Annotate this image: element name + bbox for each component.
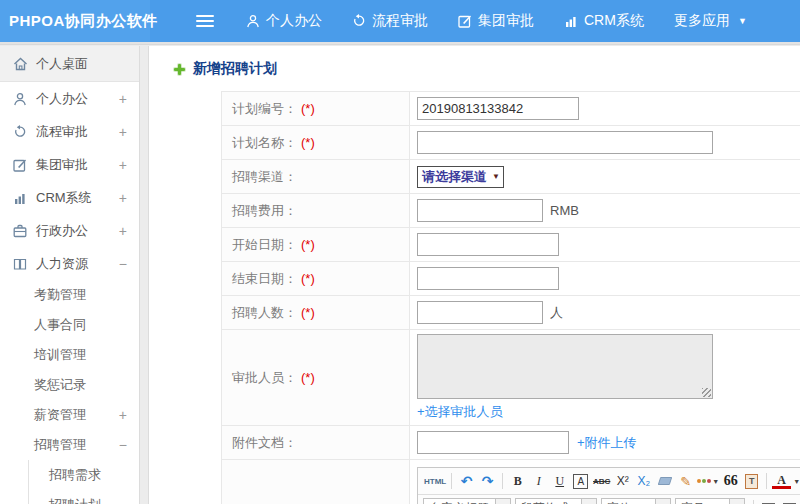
caret-down-icon xyxy=(495,499,510,504)
attachment-input[interactable] xyxy=(417,431,569,454)
upload-attachment-link[interactable]: +附件上传 xyxy=(577,434,637,452)
custom-title-dropdown[interactable]: 自定义标题 xyxy=(423,498,511,504)
align-left-icon[interactable] xyxy=(759,499,778,504)
rich-text-editor: HTML ↶ ↷ B I U A ABC X² X₂ ✎ xyxy=(417,467,800,504)
sidebar-item-hr-contract[interactable]: 人事合同 xyxy=(0,310,139,340)
channel-select[interactable]: 请选择渠道 xyxy=(417,166,504,188)
form-row-start-date: 开始日期： (*) xyxy=(222,228,800,262)
app-logo: PHPOA协同办公软件 xyxy=(0,0,150,42)
person-icon xyxy=(246,14,260,28)
top-navbar: PHPOA协同办公软件 个人办公 流程审批 集团审批 CRM系统 更多应用 xyxy=(0,0,800,42)
required-mark: (*) xyxy=(301,271,315,286)
nav-group-approval[interactable]: 集团审批 xyxy=(458,12,534,30)
sidebar-item-hr[interactable]: 人力资源 − xyxy=(0,247,139,280)
required-mark: (*) xyxy=(301,237,315,252)
sidebar-item-personal-office[interactable]: 个人办公 + xyxy=(0,82,139,115)
plus-icon xyxy=(173,63,186,76)
required-mark: (*) xyxy=(301,101,315,116)
sidebar-item-group-approval[interactable]: 集团审批 + xyxy=(0,148,139,181)
italic-button[interactable]: I xyxy=(529,472,548,491)
bar-chart-icon xyxy=(564,14,578,28)
underline-button[interactable]: U xyxy=(550,472,569,491)
plan-no-input[interactable] xyxy=(417,97,579,120)
form-row-approver: 审批人员： (*) +选择审批人员 xyxy=(222,330,800,426)
strikethrough-button[interactable]: ABC xyxy=(592,472,611,491)
editor-toolbar-row2: 自定义标题 段落格式 字体 字号 xyxy=(418,495,800,504)
auto-typeset-icon[interactable] xyxy=(697,472,719,491)
main-content: 新增招聘计划 计划编号： (*) 计划名称： (*) 招聘渠道： xyxy=(148,46,800,504)
divider xyxy=(0,42,800,45)
caret-down-icon xyxy=(581,499,596,504)
caret-down-icon[interactable] xyxy=(793,478,800,485)
form-row-plan-no: 计划编号： (*) xyxy=(222,92,800,126)
eraser-icon[interactable] xyxy=(655,472,674,491)
font-family-dropdown[interactable]: 字体 xyxy=(601,498,671,504)
currency-suffix: RMB xyxy=(550,203,579,218)
sidebar-item-attendance[interactable]: 考勤管理 xyxy=(0,280,139,310)
blockquote-button[interactable]: 66 xyxy=(721,472,740,491)
form-row-headcount: 招聘人数： (*) 人 xyxy=(222,296,800,330)
recruit-plan-form: 计划编号： (*) 计划名称： (*) 招聘渠道： 请选择渠道 xyxy=(221,91,800,504)
sidebar-item-training[interactable]: 培训管理 xyxy=(0,340,139,370)
sidebar: 个人桌面 个人办公 + 流程审批 + 集团审批 + CRM系统 + 行政办公 +… xyxy=(0,46,140,504)
bold-button[interactable]: B xyxy=(508,472,527,491)
field-label: 附件文档： xyxy=(232,434,297,452)
sidebar-item-crm[interactable]: CRM系统 + xyxy=(0,181,139,214)
plan-name-input[interactable] xyxy=(417,131,713,154)
unit-suffix: 人 xyxy=(550,304,563,322)
html-source-button[interactable]: HTML xyxy=(424,472,446,491)
sidebar-item-recruitment[interactable]: 招聘管理 − xyxy=(0,430,139,460)
paste-text-icon[interactable] xyxy=(742,472,761,491)
paragraph-format-dropdown[interactable]: 段落格式 xyxy=(515,498,597,504)
fee-input[interactable] xyxy=(417,199,543,222)
field-label: 计划编号： xyxy=(232,100,297,118)
format-brush-icon[interactable]: ✎ xyxy=(676,472,695,491)
end-date-input[interactable] xyxy=(417,267,559,290)
nav-crm[interactable]: CRM系统 xyxy=(564,12,644,30)
flow-arrow-icon xyxy=(13,125,28,139)
form-row-attachment: 附件文档： +附件上传 xyxy=(222,426,800,460)
field-label: 结束日期： xyxy=(232,270,297,288)
nav-personal-office[interactable]: 个人办公 xyxy=(246,12,322,30)
field-label: 招聘渠道： xyxy=(232,168,297,186)
nav-more-apps[interactable]: 更多应用 xyxy=(674,12,747,30)
sidebar-item-admin-office[interactable]: 行政办公 + xyxy=(0,214,139,247)
menu-toggle-icon[interactable] xyxy=(196,12,214,30)
font-color-button[interactable]: A xyxy=(772,473,791,489)
sidebar-item-recruit-plan[interactable]: 招聘计划 xyxy=(29,490,139,504)
font-size-dropdown[interactable]: 字号 xyxy=(675,498,745,504)
required-mark: (*) xyxy=(301,370,315,385)
top-menu: 个人办公 流程审批 集团审批 CRM系统 更多应用 xyxy=(246,12,777,30)
page-title: 新增招聘计划 xyxy=(173,60,800,78)
home-icon xyxy=(13,57,28,71)
sidebar-item-desktop[interactable]: 个人桌面 xyxy=(0,46,139,82)
superscript-button[interactable]: X² xyxy=(613,472,632,491)
nav-workflow-approval[interactable]: 流程审批 xyxy=(352,12,428,30)
subscript-button[interactable]: X₂ xyxy=(634,472,653,491)
sidebar-recruitment-submenu: 招聘需求 招聘计划 人才库 xyxy=(28,460,139,504)
sidebar-item-rewards[interactable]: 奖惩记录 xyxy=(0,370,139,400)
person-icon xyxy=(13,92,28,106)
bar-chart-icon xyxy=(13,191,28,205)
form-row-channel: 招聘渠道： 请选择渠道 xyxy=(222,160,800,194)
sidebar-hr-submenu: 考勤管理 人事合同 培训管理 奖惩记录 薪资管理 + 招聘管理 − xyxy=(0,280,139,460)
field-label: 招聘费用： xyxy=(232,202,297,220)
field-label: 审批人员： xyxy=(232,369,297,387)
book-icon xyxy=(13,257,28,271)
undo-icon[interactable]: ↶ xyxy=(457,472,476,491)
sidebar-item-salary[interactable]: 薪资管理 + xyxy=(0,400,139,430)
briefcase-icon xyxy=(13,224,28,238)
caret-down-icon xyxy=(729,499,744,504)
sidebar-item-recruit-demand[interactable]: 招聘需求 xyxy=(29,460,139,490)
edit-icon xyxy=(458,14,472,28)
redo-icon[interactable]: ↷ xyxy=(478,472,497,491)
autoformat-button[interactable]: A xyxy=(573,474,588,489)
sidebar-item-workflow-approval[interactable]: 流程审批 + xyxy=(0,115,139,148)
required-mark: (*) xyxy=(301,305,315,320)
select-approver-link[interactable]: +选择审批人员 xyxy=(417,403,503,421)
headcount-input[interactable] xyxy=(417,301,543,324)
caret-down-icon xyxy=(738,16,747,26)
approver-textarea[interactable] xyxy=(417,334,713,399)
align-center-icon[interactable] xyxy=(780,499,799,504)
start-date-input[interactable] xyxy=(417,233,559,256)
